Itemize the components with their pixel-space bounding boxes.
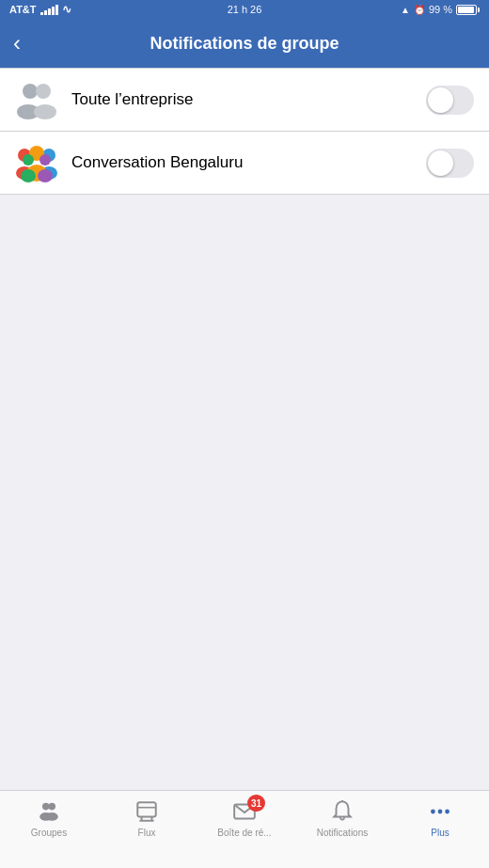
alarm-icon: ⏰ [414,5,425,15]
bell-icon [329,798,355,825]
phone-frame: AT&T ∿ 21 h 26 ▲ ⏰ 99 % [0,0,489,868]
mail-icon: 31 [231,798,258,825]
plus-label: Plus [431,828,449,838]
tab-flux[interactable]: Flux [98,798,196,838]
groupes-icon [36,798,62,825]
signal-bars [40,4,58,15]
back-button[interactable]: ‹ [13,32,21,55]
mail-badge: 31 [247,795,265,812]
svg-point-10 [23,154,34,166]
enterprise-label: Toute l’entreprise [71,90,426,109]
notifications-label: Notifications [317,828,368,838]
svg-point-0 [23,84,38,99]
location-icon: ▲ [401,5,410,15]
tab-plus[interactable]: Plus [391,798,489,838]
groupes-label: Groupes [31,828,67,838]
svg-rect-18 [137,802,156,816]
svg-point-3 [34,104,56,119]
status-bar: AT&T ∿ 21 h 26 ▲ ⏰ 99 % [0,0,489,19]
bengaluru-group-icon [15,141,58,184]
svg-point-11 [21,169,36,182]
battery-icon [456,5,480,15]
list-item-enterprise[interactable]: Toute l’entreprise [0,69,489,132]
svg-point-14 [42,803,50,811]
enterprise-group-icon [15,78,58,121]
svg-point-1 [36,84,51,99]
svg-point-17 [46,813,58,821]
tab-groupes[interactable]: Groupes [0,798,98,838]
bengaluru-toggle[interactable] [426,149,474,178]
wifi-icon: ∿ [62,3,71,16]
dots-icon [427,798,453,825]
content-area: Toute l’entreprise [0,68,489,790]
status-time: 21 h 26 [228,4,262,15]
svg-point-26 [438,810,443,814]
svg-point-27 [445,810,450,814]
svg-point-13 [38,169,53,182]
battery-percent: 99 % [429,4,452,15]
page-title: Notifications de groupe [150,34,339,54]
svg-point-12 [39,154,51,166]
list-item-bengaluru[interactable]: Conversation Bengaluru [0,132,489,194]
status-left: AT&T ∿ [9,3,71,16]
tab-bar: Groupes Flux 31 [0,790,489,868]
flux-label: Flux [138,828,156,838]
group-notifications-list: Toute l’entreprise [0,68,489,195]
nav-bar: ‹ Notifications de groupe [0,19,489,68]
tab-boite[interactable]: 31 Boîte de ré... [196,798,293,838]
bengaluru-label: Conversation Bengaluru [71,153,426,172]
enterprise-toggle[interactable] [426,86,474,115]
flux-icon [134,798,160,825]
tab-notifications[interactable]: Notifications [293,798,391,838]
status-right: ▲ ⏰ 99 % [401,4,480,15]
svg-point-15 [48,803,55,811]
boite-label: Boîte de ré... [217,828,271,838]
carrier-label: AT&T [9,4,37,15]
svg-point-25 [431,810,435,814]
